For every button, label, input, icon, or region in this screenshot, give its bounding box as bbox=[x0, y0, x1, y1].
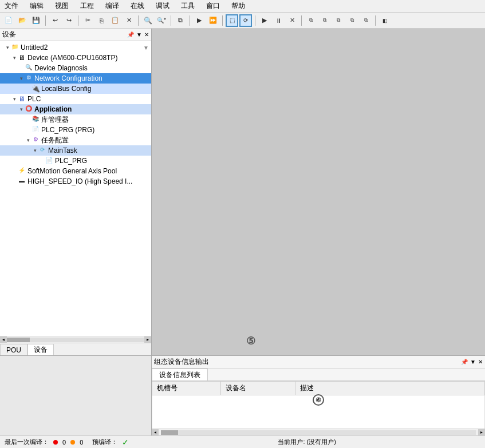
tree-item-untitled2[interactable]: ▾ 📁 Untitled2 ▼ bbox=[0, 42, 151, 53]
table-hscroll-track[interactable] bbox=[161, 430, 476, 435]
save-button[interactable]: 💾 bbox=[30, 14, 42, 27]
play-button[interactable]: ▶ bbox=[258, 14, 271, 27]
device-info-close[interactable]: ✕ bbox=[478, 359, 483, 365]
tree-dropdown[interactable]: ▼ bbox=[143, 45, 149, 51]
tree-label-localbus: LocalBus Config bbox=[41, 85, 91, 93]
tree-label-maintask: MainTask bbox=[48, 146, 77, 154]
ref-button[interactable]: ⧉ bbox=[174, 14, 187, 27]
tree-hscroll[interactable]: ◂ ▸ bbox=[0, 336, 151, 343]
tree-item-localbus[interactable]: 🔌 LocalBus Config ② bbox=[0, 84, 151, 94]
undo-button[interactable]: ↩ bbox=[49, 14, 61, 27]
col-device-name: 设备名 bbox=[221, 382, 295, 395]
run2-button[interactable]: ⏩ bbox=[207, 14, 219, 27]
hscroll-right[interactable]: ▸ bbox=[144, 336, 151, 343]
stop-button[interactable]: ✕ bbox=[286, 14, 298, 27]
tab-device-label: 设备 bbox=[34, 345, 48, 355]
device-info-titlebar: 组态设备信息输出 📌 ▼ ✕ bbox=[152, 356, 485, 368]
device-info-float[interactable]: ▼ bbox=[470, 359, 476, 365]
float-icon[interactable]: ▼ bbox=[136, 31, 142, 38]
ctrl4-button[interactable]: ⧉ bbox=[346, 14, 358, 27]
tree-label-network-config: Network Configuration bbox=[34, 74, 102, 82]
tree-item-application[interactable]: ▾ ⭕ Application ③ bbox=[0, 104, 151, 114]
paste-button[interactable]: 📋 bbox=[109, 14, 121, 27]
expand-task-config[interactable]: ▾ bbox=[25, 137, 31, 143]
ctrl1-button[interactable]: ⧉ bbox=[305, 14, 317, 27]
tree-item-device-diag[interactable]: 🔍 Device Diagnosis bbox=[0, 63, 151, 73]
expand-maintask[interactable]: ▾ bbox=[32, 148, 38, 153]
table-hscroll-right[interactable]: ▸ bbox=[478, 429, 485, 436]
panel-title: 设备 bbox=[2, 30, 16, 39]
tree-label-task-config: 任务配置 bbox=[41, 136, 69, 145]
close-panel-icon[interactable]: ✕ bbox=[144, 31, 149, 38]
warning-dot bbox=[70, 440, 75, 445]
tree-item-lib-mgr[interactable]: 📚 库管理器 bbox=[0, 114, 151, 125]
tree-label-high-speed: HIGH_SPEED_IO (High Speed I... bbox=[27, 177, 132, 185]
device-info-pin[interactable]: 📌 bbox=[461, 359, 468, 365]
tree-item-maintask[interactable]: ▾ ⟳ MainTask ④ bbox=[0, 145, 151, 156]
new-button[interactable]: 📄 bbox=[2, 14, 15, 27]
run-button[interactable]: ▶ bbox=[193, 14, 206, 27]
tree-item-high-speed[interactable]: ▬ HIGH_SPEED_IO (High Speed I... bbox=[0, 176, 151, 187]
menu-compile[interactable]: 编译 bbox=[103, 1, 121, 11]
menu-bar: 文件 编辑 视图 工程 编译 在线 调试 工具 窗口 帮助 bbox=[0, 0, 485, 13]
tree-item-network-config[interactable]: ▾ ⚙ Network Configuration ① bbox=[0, 73, 151, 84]
ctrl3-button[interactable]: ⧉ bbox=[332, 14, 345, 27]
compile-button[interactable]: ⬚ bbox=[226, 14, 238, 27]
menu-window[interactable]: 窗口 bbox=[204, 1, 222, 11]
redo-button[interactable]: ↪ bbox=[62, 14, 75, 27]
highspeed-icon: ▬ bbox=[17, 177, 26, 185]
tree-item-plc-prg1[interactable]: 📄 PLC_PRG (PRG) bbox=[0, 125, 151, 135]
menu-edit[interactable]: 编辑 bbox=[27, 1, 46, 11]
app-icon: ⭕ bbox=[24, 105, 33, 113]
menu-online[interactable]: 在线 bbox=[128, 1, 147, 11]
tree-label-plc: PLC bbox=[27, 95, 41, 103]
annotation-6: ⑥ bbox=[313, 394, 324, 406]
table-hscroll-left[interactable]: ◂ bbox=[152, 429, 159, 436]
hscroll-left[interactable]: ◂ bbox=[0, 336, 7, 343]
tree-item-plc[interactable]: ▾ 🖥 PLC bbox=[0, 94, 151, 104]
pause-button[interactable]: ⏸ bbox=[272, 14, 285, 27]
last-compile-label: 最后一次编译： bbox=[5, 438, 49, 446]
open-button[interactable]: 📂 bbox=[16, 14, 29, 27]
table-hscroll-thumb[interactable] bbox=[161, 430, 178, 435]
folder-icon: 📁 bbox=[10, 43, 19, 51]
expand-device[interactable]: ▾ bbox=[11, 55, 17, 61]
expand-network-config[interactable]: ▾ bbox=[18, 76, 24, 81]
status-bar: 最后一次编译： 0 0 预编译： ✓ 当前用户: (没有用户) bbox=[0, 435, 485, 448]
cut-button[interactable]: ✂ bbox=[81, 14, 94, 27]
menu-help[interactable]: 帮助 bbox=[229, 1, 247, 11]
last-button[interactable]: ◧ bbox=[378, 14, 391, 27]
copy-button[interactable]: ⎘ bbox=[95, 14, 108, 27]
login-button[interactable]: ⟳ bbox=[239, 14, 252, 27]
device-tab-list[interactable]: 设备信息列表 bbox=[152, 368, 208, 380]
find2-button[interactable]: 🔍* bbox=[155, 14, 168, 27]
delete-button[interactable]: ✕ bbox=[123, 14, 135, 27]
hscroll-track[interactable] bbox=[7, 338, 144, 342]
pin-icon[interactable]: 📌 bbox=[127, 31, 134, 38]
menu-debug[interactable]: 调试 bbox=[153, 1, 172, 11]
device-table-hscroll[interactable]: ◂ ▸ bbox=[152, 429, 485, 435]
hscroll-thumb[interactable] bbox=[7, 338, 30, 342]
tree-item-task-config[interactable]: ▾ ⚙ 任务配置 bbox=[0, 135, 151, 145]
device-icon: 🖥 bbox=[17, 54, 26, 62]
expand-plc[interactable]: ▾ bbox=[11, 96, 17, 102]
find-button[interactable]: 🔍 bbox=[141, 14, 154, 27]
tree-item-softmotion[interactable]: ⚡ SoftMotion General Axis Pool bbox=[0, 166, 151, 176]
expand-untitled2[interactable]: ▾ bbox=[5, 45, 10, 50]
expand-application[interactable]: ▾ bbox=[18, 106, 24, 112]
tree-item-device[interactable]: ▾ 🖥 Device (AM600-CPU1608TP) bbox=[0, 53, 151, 63]
expand-plc-prg2 bbox=[39, 158, 45, 164]
tab-device[interactable]: 设备 bbox=[27, 344, 54, 355]
sep7 bbox=[255, 15, 255, 26]
tree-item-plc-prg2[interactable]: 📄 PLC_PRG bbox=[0, 156, 151, 166]
warning-count: 0 bbox=[80, 439, 83, 446]
ctrl2-button[interactable]: ⧉ bbox=[318, 14, 331, 27]
ctrl5-button[interactable]: ⧉ bbox=[360, 14, 372, 27]
device-table: 机槽号 设备名 描述 ⑥ bbox=[152, 381, 485, 429]
menu-project[interactable]: 工程 bbox=[78, 1, 96, 11]
menu-view[interactable]: 视图 bbox=[53, 1, 71, 11]
diag-icon: 🔍 bbox=[24, 64, 33, 72]
tab-pou[interactable]: POU bbox=[0, 344, 27, 355]
menu-file[interactable]: 文件 bbox=[2, 1, 21, 11]
menu-tools[interactable]: 工具 bbox=[179, 1, 197, 11]
